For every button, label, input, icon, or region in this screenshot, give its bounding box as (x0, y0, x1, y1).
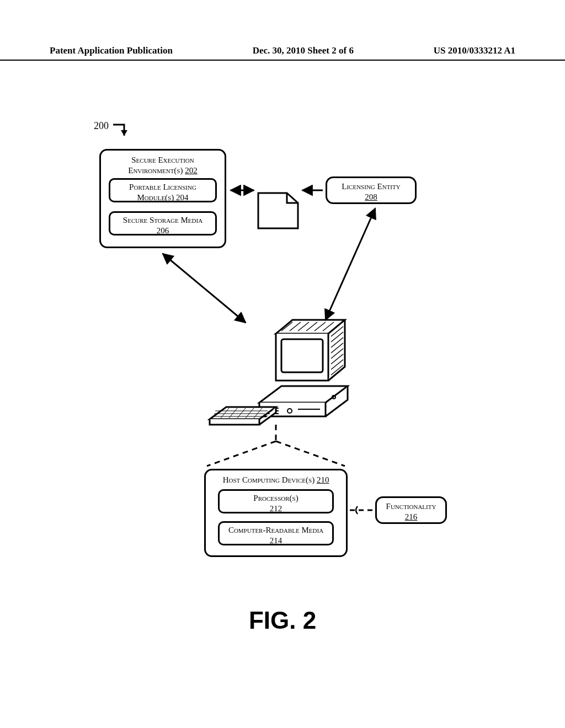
svg-line-18 (306, 322, 317, 331)
svg-line-31 (276, 441, 345, 466)
dashed-callout-host (207, 425, 345, 466)
secure-env-ref: 202 (185, 166, 198, 175)
secure-execution-env-box: Secure Execution Environment(s) 202 Port… (99, 149, 226, 248)
svg-line-15 (281, 322, 292, 331)
svg-line-27 (246, 408, 254, 418)
processors-box: Processor(s) 212 (218, 489, 334, 513)
svg-line-12 (331, 354, 343, 364)
licensing-entity-ref: 208 (365, 192, 377, 201)
svg-line-13 (331, 360, 343, 370)
arrow-entity-to-computer (326, 208, 375, 320)
figure-label: FIG. 2 (0, 607, 565, 634)
svg-line-14 (331, 365, 343, 375)
svg-rect-6 (281, 339, 323, 372)
ssm-ref: 206 (157, 226, 169, 235)
secure-storage-media-box: Secure Storage Media 206 (109, 211, 217, 235)
svg-line-7 (331, 326, 343, 336)
proc-title: Processor(s) (253, 494, 298, 502)
svg-point-3 (287, 409, 292, 413)
svg-line-10 (331, 343, 343, 353)
crm-ref: 214 (270, 536, 282, 545)
license-line1: License (265, 206, 292, 215)
svg-line-16 (290, 322, 301, 331)
secure-env-title: Secure Execution Environment(s) (128, 156, 194, 175)
svg-line-25 (229, 408, 237, 418)
svg-line-24 (221, 408, 229, 418)
svg-line-26 (237, 408, 246, 418)
arrow-env-to-computer (163, 254, 246, 323)
license-line2: Data (270, 216, 287, 224)
svg-point-5 (332, 395, 335, 399)
svg-line-28 (254, 408, 262, 418)
functionality-ref: 216 (405, 512, 418, 521)
computer-readable-media-box: Computer-Readable Media 214 (218, 521, 334, 545)
svg-line-30 (207, 441, 276, 466)
svg-line-11 (331, 349, 343, 358)
license-data-label: License Data (259, 205, 298, 225)
portable-licensing-module-box: Portable Licensing Module(s) 204 (109, 178, 217, 202)
functionality-box: Functionality 216 (375, 496, 447, 524)
svg-line-9 (331, 338, 343, 347)
host-computing-device-box: Host Computing Device(s) 210 Processor(s… (204, 469, 348, 557)
svg-line-8 (331, 332, 343, 342)
figure-diagram: 200 Secure Execution Environment(s) 202 … (0, 0, 565, 728)
crm-title: Computer-Readable Media (228, 526, 323, 534)
licensing-entity-box: Licensing Entity 208 (326, 176, 417, 204)
ref-200-hook (113, 125, 124, 136)
svg-line-19 (315, 322, 326, 331)
host-title: Host Computing Device(s) (223, 475, 315, 484)
computer-icon (210, 320, 348, 425)
proc-ref: 212 (270, 504, 282, 513)
host-ref: 210 (317, 475, 329, 484)
svg-line-20 (323, 322, 334, 331)
licensing-entity-title: Licensing Entity (342, 182, 400, 191)
plm-ref: 204 (176, 193, 189, 202)
svg-line-17 (298, 322, 309, 331)
ssm-title: Secure Storage Media (123, 216, 202, 224)
functionality-title: Functionality (386, 502, 436, 511)
reference-200: 200 (94, 120, 109, 132)
